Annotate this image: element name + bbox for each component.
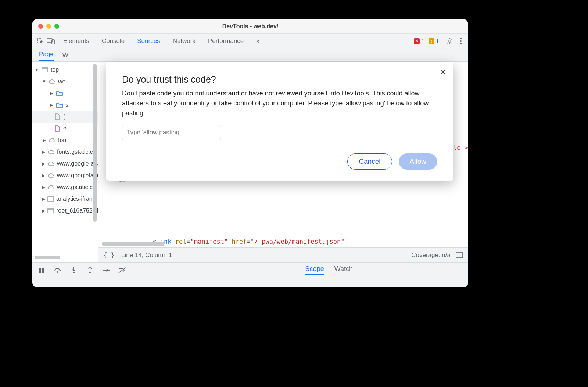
tree-node-domain[interactable]: we (32, 76, 98, 87)
show-console-icon[interactable] (456, 252, 463, 258)
tree-node-file[interactable]: e (32, 123, 98, 134)
window-title: DevTools - web.dev/ (32, 23, 468, 30)
pretty-print-icon[interactable]: { } (103, 252, 115, 259)
panel-tabs: Elements Console Sources Network Perform… (63, 37, 260, 45)
file-icon (54, 125, 61, 132)
cancel-button[interactable]: Cancel (347, 153, 392, 170)
tree-node-domain[interactable]: www.googletagmanag (32, 170, 98, 181)
tree-node-domain[interactable]: fonts.gstatic.com (32, 146, 98, 158)
folder-icon (56, 90, 63, 97)
frame-icon (41, 66, 49, 73)
sidebar-vertical-scrollbar[interactable] (93, 64, 97, 222)
cloud-icon (49, 78, 56, 85)
tab-performance[interactable]: Performance (208, 37, 244, 45)
svg-rect-1 (47, 39, 52, 42)
svg-point-3 (449, 40, 451, 42)
tree-node-frame[interactable]: root_616a752e1b5d4 (32, 205, 98, 217)
step-out-icon[interactable] (86, 266, 94, 274)
svg-point-6 (460, 43, 462, 44)
tree-node-domain[interactable]: www.gstatic.com (32, 181, 98, 193)
settings-icon[interactable] (445, 37, 454, 46)
devtools-window: DevTools - web.dev/ Elements Console Sou… (32, 19, 468, 287)
svg-point-14 (73, 272, 75, 273)
navigator-tabs: Page W (32, 48, 468, 62)
titlebar: DevTools - web.dev/ (32, 19, 468, 34)
step-over-icon[interactable] (54, 266, 62, 274)
step-icon[interactable] (102, 266, 110, 274)
file-icon (54, 113, 61, 120)
tree-node-folder[interactable]: s (32, 99, 98, 111)
editor-statusbar: { } Line 14, Column 1 Coverage: n/a (98, 247, 468, 262)
device-toggle-icon[interactable] (46, 36, 56, 46)
deactivate-breakpoints-icon[interactable] (118, 266, 126, 274)
svg-point-15 (89, 272, 91, 273)
warning-count: 1 (436, 38, 439, 44)
more-tabs-icon[interactable]: » (256, 37, 259, 45)
dialog-body: Don't paste code you do not understand o… (122, 88, 437, 118)
error-badge[interactable]: ✕1 (414, 38, 424, 44)
navigator-tab-workspace[interactable]: W (62, 52, 68, 61)
tree-node-domain[interactable]: fon (32, 134, 98, 146)
cloud-icon (47, 172, 55, 179)
allow-pasting-input[interactable] (122, 125, 221, 140)
tree-node-file[interactable]: ( (32, 111, 98, 123)
svg-point-16 (108, 270, 110, 271)
tree-node-domain[interactable]: www.google-analytics (32, 158, 98, 170)
cursor-position: Line 14, Column 1 (121, 252, 172, 259)
svg-rect-9 (48, 209, 54, 213)
tree-node-folder[interactable] (32, 87, 98, 99)
tree-node-frame[interactable]: analytics-iframe (32, 193, 98, 205)
debugger-tab-scope[interactable]: Scope (305, 265, 324, 275)
debugger-toolbar: Scope Watch (32, 262, 468, 278)
frame-icon (47, 195, 54, 203)
more-options-icon[interactable] (456, 37, 465, 46)
cloud-icon (47, 148, 55, 156)
frame-icon (47, 207, 54, 214)
svg-rect-8 (48, 197, 54, 201)
folder-icon (56, 101, 63, 109)
inspect-element-icon[interactable] (35, 36, 46, 46)
tab-console[interactable]: Console (102, 37, 125, 45)
svg-rect-10 (456, 253, 463, 258)
dialog-title: Do you trust this code? (122, 74, 437, 85)
tab-sources[interactable]: Sources (137, 37, 160, 45)
svg-point-5 (460, 40, 462, 42)
step-into-icon[interactable] (70, 266, 78, 274)
debugger-tabs: Scope Watch (305, 265, 353, 275)
tab-network[interactable]: Network (173, 37, 196, 45)
debugger-tab-watch[interactable]: Watch (334, 265, 353, 275)
editor-horizontal-scrollbar[interactable] (102, 242, 164, 246)
svg-rect-12 (42, 268, 44, 273)
cloud-icon (47, 184, 55, 191)
trust-code-dialog: ✕ Do you trust this code? Don't paste co… (106, 62, 453, 181)
warning-badge[interactable]: !1 (429, 38, 439, 44)
tree-node-top[interactable]: top (32, 64, 98, 76)
svg-point-4 (460, 38, 462, 39)
navigator-sidebar: top we s (32, 62, 98, 262)
coverage-status: Coverage: n/a (411, 252, 451, 259)
svg-rect-11 (39, 268, 41, 273)
svg-point-13 (57, 271, 58, 273)
cloud-icon (49, 137, 56, 144)
allow-button[interactable]: Allow (399, 153, 437, 170)
svg-rect-7 (42, 68, 48, 72)
pause-icon[interactable] (37, 266, 46, 274)
sidebar-horizontal-scrollbar[interactable] (35, 256, 60, 259)
devtools-toolbar: Elements Console Sources Network Perform… (32, 34, 468, 48)
navigator-tab-page[interactable]: Page (39, 51, 54, 61)
close-icon[interactable]: ✕ (440, 68, 446, 77)
error-count: 1 (421, 38, 424, 44)
tab-elements[interactable]: Elements (63, 37, 89, 45)
cloud-icon (47, 160, 55, 167)
